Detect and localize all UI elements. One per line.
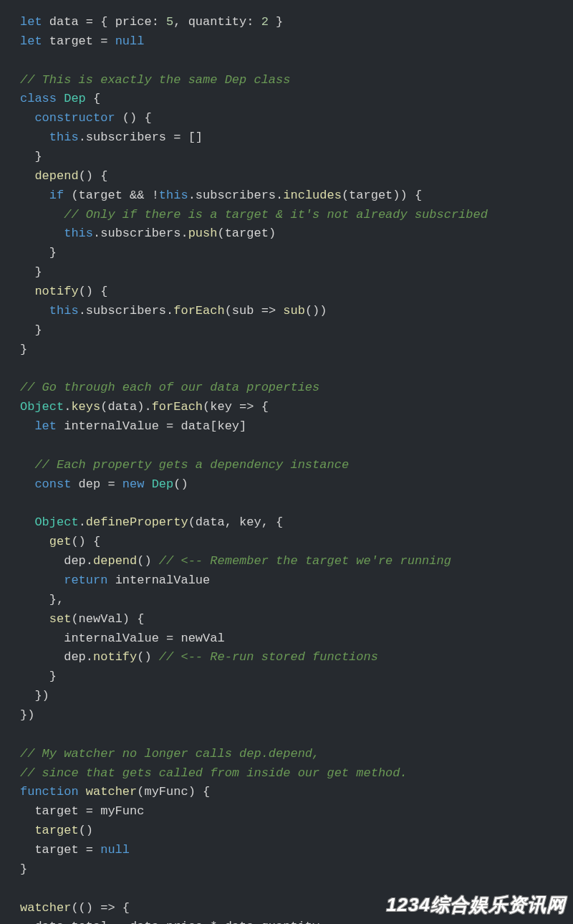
- code-line: // Go through each of our data propertie…: [20, 378, 553, 398]
- code-line: internalValue = newVal: [20, 629, 553, 649]
- code-line: // Each property gets a dependency insta…: [20, 456, 553, 475]
- code-line: constructor () {: [20, 109, 553, 128]
- code-line: }: [20, 244, 553, 263]
- code-line: }: [20, 667, 553, 687]
- code-line: },: [20, 591, 553, 610]
- code-line: // This is exactly the same Dep class: [20, 71, 553, 90]
- code-line: return internalValue: [20, 571, 553, 591]
- code-line: this.subscribers = []: [20, 128, 553, 148]
- code-line: }: [20, 340, 553, 360]
- code-line: target(): [20, 821, 553, 841]
- code-line: target = null: [20, 841, 553, 860]
- code-line: }: [20, 263, 553, 282]
- code-block: let data = { price: 5, quantity: 2 }let …: [20, 13, 553, 924]
- code-line: function watcher(myFunc) {: [20, 783, 553, 802]
- code-line: dep.depend() // <-- Remember the target …: [20, 552, 553, 571]
- code-line: set(newVal) {: [20, 610, 553, 629]
- code-line: [20, 52, 553, 71]
- code-line: [20, 494, 553, 513]
- code-line: const dep = new Dep(): [20, 475, 553, 495]
- code-line: [20, 359, 553, 378]
- code-line: notify() {: [20, 282, 553, 302]
- code-line: depend() {: [20, 167, 553, 186]
- code-line: // Only if there is a target & it's not …: [20, 206, 553, 225]
- code-line: // since that gets called from inside ou…: [20, 764, 553, 784]
- code-line: target = myFunc: [20, 802, 553, 821]
- code-line: }): [20, 706, 553, 725]
- code-line: this.subscribers.push(target): [20, 224, 553, 244]
- code-line: }: [20, 860, 553, 880]
- code-line: }: [20, 321, 553, 340]
- code-line: [20, 725, 553, 745]
- code-line: let data = { price: 5, quantity: 2 }: [20, 13, 553, 32]
- watermark: 1234综合娱乐资讯网: [386, 890, 566, 920]
- code-line: let target = null: [20, 32, 553, 52]
- code-line: Object.keys(data).forEach(key => {: [20, 398, 553, 417]
- code-line: }: [20, 148, 553, 167]
- code-line: this.subscribers.forEach(sub => sub()): [20, 302, 553, 321]
- code-line: class Dep {: [20, 90, 553, 109]
- code-line: get() {: [20, 533, 553, 552]
- code-line: // My watcher no longer calls dep.depend…: [20, 745, 553, 764]
- code-line: }): [20, 687, 553, 706]
- code-line: Object.defineProperty(data, key, {: [20, 513, 553, 533]
- code-line: [20, 437, 553, 456]
- code-line: dep.notify() // <-- Re-run stored functi…: [20, 648, 553, 667]
- code-line: if (target && !this.subscribers.includes…: [20, 186, 553, 206]
- code-line: let internalValue = data[key]: [20, 417, 553, 437]
